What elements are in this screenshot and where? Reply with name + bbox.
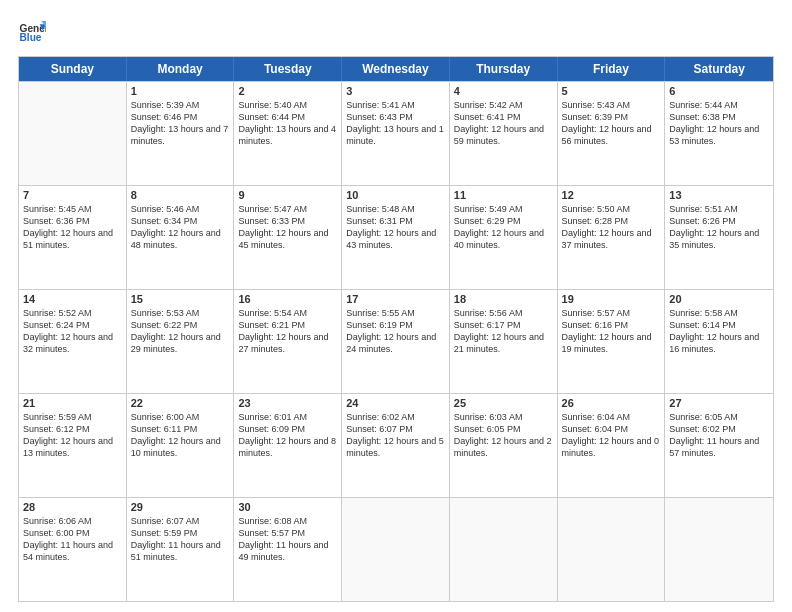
header: General Blue bbox=[18, 18, 774, 46]
day-number: 6 bbox=[669, 85, 769, 97]
day-cell-12: 12Sunrise: 5:50 AMSunset: 6:28 PMDayligh… bbox=[558, 186, 666, 289]
day-cell-15: 15Sunrise: 5:53 AMSunset: 6:22 PMDayligh… bbox=[127, 290, 235, 393]
day-cell-8: 8Sunrise: 5:46 AMSunset: 6:34 PMDaylight… bbox=[127, 186, 235, 289]
day-info: Sunrise: 5:54 AMSunset: 6:21 PMDaylight:… bbox=[238, 307, 337, 356]
day-number: 3 bbox=[346, 85, 445, 97]
day-number: 17 bbox=[346, 293, 445, 305]
day-cell-24: 24Sunrise: 6:02 AMSunset: 6:07 PMDayligh… bbox=[342, 394, 450, 497]
day-number: 13 bbox=[669, 189, 769, 201]
day-info: Sunrise: 5:42 AMSunset: 6:41 PMDaylight:… bbox=[454, 99, 553, 148]
day-cell-9: 9Sunrise: 5:47 AMSunset: 6:33 PMDaylight… bbox=[234, 186, 342, 289]
svg-text:Blue: Blue bbox=[20, 32, 42, 43]
day-info: Sunrise: 5:52 AMSunset: 6:24 PMDaylight:… bbox=[23, 307, 122, 356]
day-cell-29: 29Sunrise: 6:07 AMSunset: 5:59 PMDayligh… bbox=[127, 498, 235, 601]
logo-icon: General Blue bbox=[18, 18, 46, 46]
header-day-thursday: Thursday bbox=[450, 57, 558, 81]
day-number: 18 bbox=[454, 293, 553, 305]
calendar-body: 1Sunrise: 5:39 AMSunset: 6:46 PMDaylight… bbox=[19, 81, 773, 601]
day-number: 25 bbox=[454, 397, 553, 409]
empty-cell bbox=[665, 498, 773, 601]
week-row-3: 14Sunrise: 5:52 AMSunset: 6:24 PMDayligh… bbox=[19, 289, 773, 393]
week-row-5: 28Sunrise: 6:06 AMSunset: 6:00 PMDayligh… bbox=[19, 497, 773, 601]
day-number: 4 bbox=[454, 85, 553, 97]
day-cell-28: 28Sunrise: 6:06 AMSunset: 6:00 PMDayligh… bbox=[19, 498, 127, 601]
day-number: 28 bbox=[23, 501, 122, 513]
day-info: Sunrise: 6:02 AMSunset: 6:07 PMDaylight:… bbox=[346, 411, 445, 460]
day-number: 11 bbox=[454, 189, 553, 201]
day-info: Sunrise: 5:59 AMSunset: 6:12 PMDaylight:… bbox=[23, 411, 122, 460]
day-number: 12 bbox=[562, 189, 661, 201]
day-cell-4: 4Sunrise: 5:42 AMSunset: 6:41 PMDaylight… bbox=[450, 82, 558, 185]
day-info: Sunrise: 5:46 AMSunset: 6:34 PMDaylight:… bbox=[131, 203, 230, 252]
day-info: Sunrise: 5:45 AMSunset: 6:36 PMDaylight:… bbox=[23, 203, 122, 252]
day-info: Sunrise: 6:07 AMSunset: 5:59 PMDaylight:… bbox=[131, 515, 230, 564]
day-number: 22 bbox=[131, 397, 230, 409]
day-info: Sunrise: 5:57 AMSunset: 6:16 PMDaylight:… bbox=[562, 307, 661, 356]
day-info: Sunrise: 6:01 AMSunset: 6:09 PMDaylight:… bbox=[238, 411, 337, 460]
header-day-sunday: Sunday bbox=[19, 57, 127, 81]
day-cell-16: 16Sunrise: 5:54 AMSunset: 6:21 PMDayligh… bbox=[234, 290, 342, 393]
day-cell-17: 17Sunrise: 5:55 AMSunset: 6:19 PMDayligh… bbox=[342, 290, 450, 393]
day-info: Sunrise: 5:49 AMSunset: 6:29 PMDaylight:… bbox=[454, 203, 553, 252]
day-number: 14 bbox=[23, 293, 122, 305]
day-info: Sunrise: 6:08 AMSunset: 5:57 PMDaylight:… bbox=[238, 515, 337, 564]
day-number: 9 bbox=[238, 189, 337, 201]
day-number: 8 bbox=[131, 189, 230, 201]
day-number: 24 bbox=[346, 397, 445, 409]
day-info: Sunrise: 6:03 AMSunset: 6:05 PMDaylight:… bbox=[454, 411, 553, 460]
day-info: Sunrise: 5:39 AMSunset: 6:46 PMDaylight:… bbox=[131, 99, 230, 148]
day-info: Sunrise: 6:00 AMSunset: 6:11 PMDaylight:… bbox=[131, 411, 230, 460]
day-info: Sunrise: 5:50 AMSunset: 6:28 PMDaylight:… bbox=[562, 203, 661, 252]
day-info: Sunrise: 5:47 AMSunset: 6:33 PMDaylight:… bbox=[238, 203, 337, 252]
day-number: 15 bbox=[131, 293, 230, 305]
day-cell-21: 21Sunrise: 5:59 AMSunset: 6:12 PMDayligh… bbox=[19, 394, 127, 497]
day-info: Sunrise: 5:41 AMSunset: 6:43 PMDaylight:… bbox=[346, 99, 445, 148]
header-day-saturday: Saturday bbox=[665, 57, 773, 81]
day-cell-5: 5Sunrise: 5:43 AMSunset: 6:39 PMDaylight… bbox=[558, 82, 666, 185]
day-info: Sunrise: 5:48 AMSunset: 6:31 PMDaylight:… bbox=[346, 203, 445, 252]
empty-cell bbox=[342, 498, 450, 601]
day-cell-11: 11Sunrise: 5:49 AMSunset: 6:29 PMDayligh… bbox=[450, 186, 558, 289]
header-day-wednesday: Wednesday bbox=[342, 57, 450, 81]
day-cell-2: 2Sunrise: 5:40 AMSunset: 6:44 PMDaylight… bbox=[234, 82, 342, 185]
day-cell-6: 6Sunrise: 5:44 AMSunset: 6:38 PMDaylight… bbox=[665, 82, 773, 185]
day-cell-30: 30Sunrise: 6:08 AMSunset: 5:57 PMDayligh… bbox=[234, 498, 342, 601]
calendar: SundayMondayTuesdayWednesdayThursdayFrid… bbox=[18, 56, 774, 602]
day-cell-10: 10Sunrise: 5:48 AMSunset: 6:31 PMDayligh… bbox=[342, 186, 450, 289]
day-info: Sunrise: 5:43 AMSunset: 6:39 PMDaylight:… bbox=[562, 99, 661, 148]
day-cell-18: 18Sunrise: 5:56 AMSunset: 6:17 PMDayligh… bbox=[450, 290, 558, 393]
day-number: 23 bbox=[238, 397, 337, 409]
day-number: 7 bbox=[23, 189, 122, 201]
empty-cell bbox=[558, 498, 666, 601]
day-cell-3: 3Sunrise: 5:41 AMSunset: 6:43 PMDaylight… bbox=[342, 82, 450, 185]
day-cell-25: 25Sunrise: 6:03 AMSunset: 6:05 PMDayligh… bbox=[450, 394, 558, 497]
day-cell-26: 26Sunrise: 6:04 AMSunset: 6:04 PMDayligh… bbox=[558, 394, 666, 497]
day-number: 16 bbox=[238, 293, 337, 305]
logo: General Blue bbox=[18, 18, 44, 46]
empty-cell bbox=[450, 498, 558, 601]
day-info: Sunrise: 6:06 AMSunset: 6:00 PMDaylight:… bbox=[23, 515, 122, 564]
day-cell-1: 1Sunrise: 5:39 AMSunset: 6:46 PMDaylight… bbox=[127, 82, 235, 185]
day-number: 19 bbox=[562, 293, 661, 305]
day-info: Sunrise: 5:56 AMSunset: 6:17 PMDaylight:… bbox=[454, 307, 553, 356]
day-info: Sunrise: 5:51 AMSunset: 6:26 PMDaylight:… bbox=[669, 203, 769, 252]
calendar-header: SundayMondayTuesdayWednesdayThursdayFrid… bbox=[19, 57, 773, 81]
day-info: Sunrise: 6:05 AMSunset: 6:02 PMDaylight:… bbox=[669, 411, 769, 460]
header-day-friday: Friday bbox=[558, 57, 666, 81]
day-number: 27 bbox=[669, 397, 769, 409]
day-number: 2 bbox=[238, 85, 337, 97]
day-info: Sunrise: 5:40 AMSunset: 6:44 PMDaylight:… bbox=[238, 99, 337, 148]
day-info: Sunrise: 6:04 AMSunset: 6:04 PMDaylight:… bbox=[562, 411, 661, 460]
day-info: Sunrise: 5:55 AMSunset: 6:19 PMDaylight:… bbox=[346, 307, 445, 356]
empty-cell bbox=[19, 82, 127, 185]
day-number: 10 bbox=[346, 189, 445, 201]
week-row-1: 1Sunrise: 5:39 AMSunset: 6:46 PMDaylight… bbox=[19, 81, 773, 185]
day-cell-23: 23Sunrise: 6:01 AMSunset: 6:09 PMDayligh… bbox=[234, 394, 342, 497]
day-cell-14: 14Sunrise: 5:52 AMSunset: 6:24 PMDayligh… bbox=[19, 290, 127, 393]
header-day-monday: Monday bbox=[127, 57, 235, 81]
day-number: 5 bbox=[562, 85, 661, 97]
day-info: Sunrise: 5:58 AMSunset: 6:14 PMDaylight:… bbox=[669, 307, 769, 356]
day-number: 26 bbox=[562, 397, 661, 409]
day-cell-27: 27Sunrise: 6:05 AMSunset: 6:02 PMDayligh… bbox=[665, 394, 773, 497]
day-cell-20: 20Sunrise: 5:58 AMSunset: 6:14 PMDayligh… bbox=[665, 290, 773, 393]
